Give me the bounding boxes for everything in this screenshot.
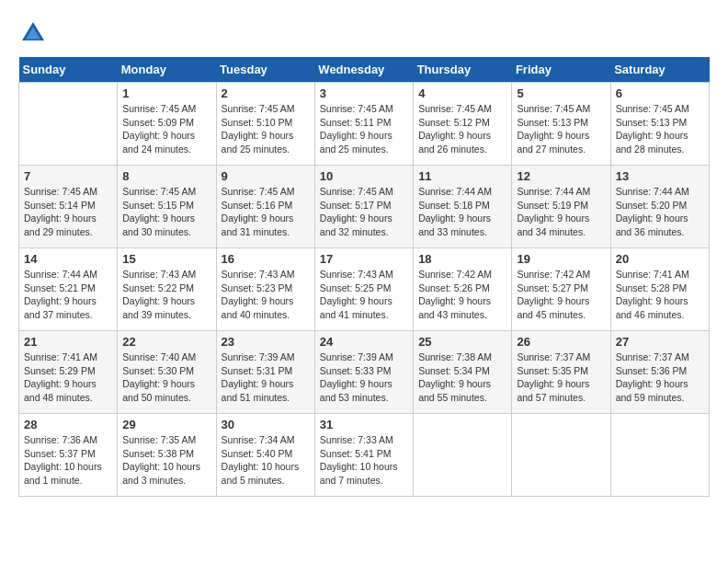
calendar-day: 15Sunrise: 7:43 AM Sunset: 5:22 PM Dayli…: [118, 248, 216, 331]
day-info: Sunrise: 7:39 AM Sunset: 5:33 PM Dayligh…: [320, 350, 408, 405]
calendar-day: 9Sunrise: 7:45 AM Sunset: 5:16 PM Daylig…: [216, 166, 314, 248]
day-info: Sunrise: 7:45 AM Sunset: 5:17 PM Dayligh…: [320, 185, 408, 239]
day-info: Sunrise: 7:45 AM Sunset: 5:11 PM Dayligh…: [320, 102, 408, 156]
calendar-table: SundayMondayTuesdayWednesdayThursdayFrid…: [18, 57, 710, 497]
day-number: 4: [418, 86, 506, 100]
calendar-day: 1Sunrise: 7:45 AM Sunset: 5:09 PM Daylig…: [118, 83, 216, 166]
calendar-day: [414, 414, 512, 497]
calendar-day: 31Sunrise: 7:33 AM Sunset: 5:41 PM Dayli…: [314, 414, 413, 497]
day-number: 6: [616, 86, 704, 100]
day-info: Sunrise: 7:35 AM Sunset: 5:38 PM Dayligh…: [122, 433, 210, 488]
day-info: Sunrise: 7:43 AM Sunset: 5:25 PM Dayligh…: [320, 268, 408, 322]
day-number: 26: [517, 335, 605, 349]
calendar-day: 30Sunrise: 7:34 AM Sunset: 5:40 PM Dayli…: [216, 414, 314, 497]
day-number: 18: [418, 252, 506, 266]
day-number: 30: [222, 418, 310, 431]
day-info: Sunrise: 7:43 AM Sunset: 5:22 PM Dayligh…: [122, 268, 210, 322]
day-number: 31: [320, 418, 408, 431]
calendar-week: 28Sunrise: 7:36 AM Sunset: 5:37 PM Dayli…: [19, 414, 710, 497]
day-number: 22: [122, 335, 210, 349]
day-number: 27: [616, 335, 704, 349]
calendar-day: 17Sunrise: 7:43 AM Sunset: 5:25 PM Dayli…: [314, 248, 413, 331]
calendar-day: 12Sunrise: 7:44 AM Sunset: 5:19 PM Dayli…: [512, 166, 610, 248]
header-day: Sunday: [19, 57, 118, 83]
calendar-day: 25Sunrise: 7:38 AM Sunset: 5:34 PM Dayli…: [414, 331, 512, 414]
calendar-day: 5Sunrise: 7:45 AM Sunset: 5:13 PM Daylig…: [512, 83, 610, 166]
calendar-week: 1Sunrise: 7:45 AM Sunset: 5:09 PM Daylig…: [19, 83, 710, 166]
calendar-day: 20Sunrise: 7:41 AM Sunset: 5:28 PM Dayli…: [610, 248, 709, 331]
day-number: 13: [616, 169, 704, 183]
calendar-day: [19, 83, 118, 166]
header-day: Monday: [118, 57, 216, 83]
header-row: SundayMondayTuesdayWednesdayThursdayFrid…: [19, 57, 710, 83]
day-info: Sunrise: 7:45 AM Sunset: 5:15 PM Dayligh…: [122, 185, 210, 239]
day-number: 14: [24, 252, 112, 266]
day-number: 1: [122, 86, 210, 100]
day-info: Sunrise: 7:44 AM Sunset: 5:19 PM Dayligh…: [517, 185, 605, 239]
calendar-header: SundayMondayTuesdayWednesdayThursdayFrid…: [19, 57, 710, 83]
logo: [18, 18, 50, 48]
day-info: Sunrise: 7:40 AM Sunset: 5:30 PM Dayligh…: [122, 350, 210, 405]
day-info: Sunrise: 7:37 AM Sunset: 5:35 PM Dayligh…: [517, 350, 605, 405]
day-info: Sunrise: 7:45 AM Sunset: 5:14 PM Dayligh…: [24, 185, 112, 239]
day-info: Sunrise: 7:33 AM Sunset: 5:41 PM Dayligh…: [320, 433, 408, 488]
day-info: Sunrise: 7:39 AM Sunset: 5:31 PM Dayligh…: [222, 350, 310, 405]
calendar-day: 7Sunrise: 7:45 AM Sunset: 5:14 PM Daylig…: [19, 166, 118, 248]
header-day: Friday: [512, 57, 610, 83]
calendar-day: 19Sunrise: 7:42 AM Sunset: 5:27 PM Dayli…: [512, 248, 610, 331]
day-info: Sunrise: 7:45 AM Sunset: 5:13 PM Dayligh…: [517, 102, 605, 156]
calendar-day: 11Sunrise: 7:44 AM Sunset: 5:18 PM Dayli…: [414, 166, 512, 248]
day-info: Sunrise: 7:45 AM Sunset: 5:09 PM Dayligh…: [122, 102, 210, 156]
calendar-day: 8Sunrise: 7:45 AM Sunset: 5:15 PM Daylig…: [118, 166, 216, 248]
calendar-day: 3Sunrise: 7:45 AM Sunset: 5:11 PM Daylig…: [314, 83, 413, 166]
calendar-day: 28Sunrise: 7:36 AM Sunset: 5:37 PM Dayli…: [19, 414, 118, 497]
calendar-week: 14Sunrise: 7:44 AM Sunset: 5:21 PM Dayli…: [19, 248, 710, 331]
day-number: 9: [222, 169, 310, 183]
calendar-body: 1Sunrise: 7:45 AM Sunset: 5:09 PM Daylig…: [19, 83, 710, 497]
header-day: Wednesday: [314, 57, 413, 83]
day-info: Sunrise: 7:45 AM Sunset: 5:12 PM Dayligh…: [418, 102, 506, 156]
calendar-day: 14Sunrise: 7:44 AM Sunset: 5:21 PM Dayli…: [19, 248, 118, 331]
calendar-day: 18Sunrise: 7:42 AM Sunset: 5:26 PM Dayli…: [414, 248, 512, 331]
calendar-day: 24Sunrise: 7:39 AM Sunset: 5:33 PM Dayli…: [314, 331, 413, 414]
calendar-day: 4Sunrise: 7:45 AM Sunset: 5:12 PM Daylig…: [414, 83, 512, 166]
day-info: Sunrise: 7:34 AM Sunset: 5:40 PM Dayligh…: [222, 433, 310, 488]
day-info: Sunrise: 7:45 AM Sunset: 5:10 PM Dayligh…: [222, 102, 310, 156]
calendar-day: [610, 414, 709, 497]
day-info: Sunrise: 7:44 AM Sunset: 5:18 PM Dayligh…: [418, 185, 506, 239]
day-number: 29: [122, 418, 210, 431]
day-number: 16: [222, 252, 310, 266]
day-number: 5: [517, 86, 605, 100]
page-header: [18, 18, 710, 48]
calendar-day: 13Sunrise: 7:44 AM Sunset: 5:20 PM Dayli…: [610, 166, 709, 248]
day-number: 25: [418, 335, 506, 349]
day-number: 11: [418, 169, 506, 183]
day-info: Sunrise: 7:43 AM Sunset: 5:23 PM Dayligh…: [222, 268, 310, 322]
day-number: 23: [222, 335, 310, 349]
day-number: 21: [24, 335, 112, 349]
calendar-day: 2Sunrise: 7:45 AM Sunset: 5:10 PM Daylig…: [216, 83, 314, 166]
day-number: 2: [222, 86, 310, 100]
calendar-week: 21Sunrise: 7:41 AM Sunset: 5:29 PM Dayli…: [19, 331, 710, 414]
day-info: Sunrise: 7:44 AM Sunset: 5:20 PM Dayligh…: [616, 185, 704, 239]
day-number: 20: [616, 252, 704, 266]
calendar-day: 29Sunrise: 7:35 AM Sunset: 5:38 PM Dayli…: [118, 414, 216, 497]
day-number: 10: [320, 169, 408, 183]
day-number: 24: [320, 335, 408, 349]
calendar-day: 26Sunrise: 7:37 AM Sunset: 5:35 PM Dayli…: [512, 331, 610, 414]
calendar-day: 6Sunrise: 7:45 AM Sunset: 5:13 PM Daylig…: [610, 83, 709, 166]
header-day: Thursday: [414, 57, 512, 83]
calendar-day: [512, 414, 610, 497]
day-number: 15: [122, 252, 210, 266]
day-info: Sunrise: 7:44 AM Sunset: 5:21 PM Dayligh…: [24, 268, 112, 322]
day-info: Sunrise: 7:41 AM Sunset: 5:29 PM Dayligh…: [24, 350, 112, 405]
calendar-day: 22Sunrise: 7:40 AM Sunset: 5:30 PM Dayli…: [118, 331, 216, 414]
calendar-day: 16Sunrise: 7:43 AM Sunset: 5:23 PM Dayli…: [216, 248, 314, 331]
calendar-day: 21Sunrise: 7:41 AM Sunset: 5:29 PM Dayli…: [19, 331, 118, 414]
day-info: Sunrise: 7:42 AM Sunset: 5:26 PM Dayligh…: [418, 268, 506, 322]
day-number: 19: [517, 252, 605, 266]
calendar-day: 23Sunrise: 7:39 AM Sunset: 5:31 PM Dayli…: [216, 331, 314, 414]
day-number: 28: [24, 418, 112, 431]
day-number: 7: [24, 169, 112, 183]
day-info: Sunrise: 7:38 AM Sunset: 5:34 PM Dayligh…: [418, 350, 506, 405]
